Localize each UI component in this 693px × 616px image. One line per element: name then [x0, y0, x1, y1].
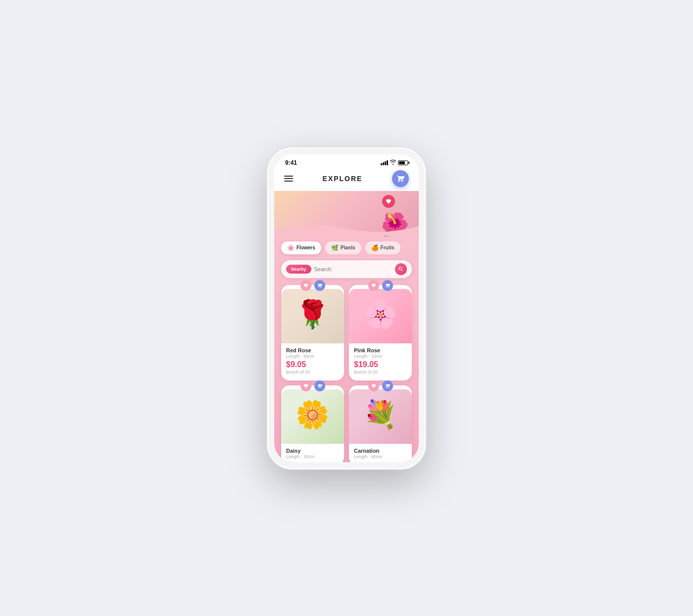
- product-name-carnation: Carnation: [354, 448, 407, 454]
- phone-mockup: 9:41 EXPLORE: [267, 147, 426, 469]
- product-card-pink-rose[interactable]: Pink Rose Length : 10cm $19.05 Bunch of …: [349, 285, 412, 380]
- product-price-red-rose: $9.05: [286, 360, 339, 369]
- category-flowers[interactable]: 🌸 Flowers: [281, 241, 321, 254]
- product-card-carnation[interactable]: Carnation Length : 40cm: [349, 385, 412, 462]
- cart-icon: [396, 175, 404, 183]
- add-to-cart-pink-rose[interactable]: [382, 280, 393, 291]
- product-info-carnation: Carnation Length : 40cm: [349, 444, 412, 460]
- add-to-cart-red-rose[interactable]: [314, 280, 325, 291]
- search-input[interactable]: [314, 266, 392, 272]
- wishlist-button-carnation[interactable]: [368, 380, 379, 391]
- heart-badge[interactable]: [382, 195, 395, 208]
- nearby-tag[interactable]: Nearby: [286, 265, 311, 274]
- card-actions-daisy: [281, 380, 344, 391]
- wishlist-button-pink-rose[interactable]: [368, 280, 379, 291]
- search-button[interactable]: [395, 263, 407, 275]
- category-plants[interactable]: 🌿 Plants: [325, 241, 361, 254]
- product-image-red-rose: [281, 289, 344, 343]
- product-length-pink-rose: Length : 10cm: [354, 354, 407, 359]
- status-bar: 9:41: [274, 154, 419, 168]
- product-length-daisy: Length : 30cm: [286, 454, 339, 459]
- card-actions-pink-rose: [349, 280, 412, 291]
- wifi-icon: [390, 160, 396, 166]
- product-length-carnation: Length : 40cm: [354, 454, 407, 459]
- product-image-carnation: [349, 389, 412, 444]
- cart-button[interactable]: [392, 170, 409, 187]
- status-time: 9:41: [285, 159, 297, 166]
- hero-section: 🌺: [274, 191, 419, 236]
- battery-icon: [398, 160, 408, 165]
- product-bunch-red-rose: Bunch of 20: [286, 370, 339, 375]
- product-name-daisy: Daisy: [286, 448, 339, 454]
- plants-label: Plants: [341, 245, 355, 250]
- card-actions-carnation: [349, 380, 412, 391]
- product-info-pink-rose: Pink Rose Length : 10cm $19.05 Bunch of …: [349, 343, 412, 376]
- phone-screen: 9:41 EXPLORE: [274, 154, 419, 462]
- plants-emoji: 🌿: [331, 244, 339, 251]
- categories-row: 🌸 Flowers 🌿 Plants 🍊 Fruits: [274, 236, 419, 258]
- app-title: EXPLORE: [323, 175, 363, 183]
- add-to-cart-daisy[interactable]: [314, 380, 325, 391]
- search-bar: Nearby: [281, 260, 412, 278]
- product-price-pink-rose: $19.05: [354, 360, 407, 369]
- flowers-label: Flowers: [297, 245, 315, 250]
- product-info-red-rose: Red Rose Length : 50cm $9.05 Bunch of 20: [281, 343, 344, 376]
- add-to-cart-carnation[interactable]: [382, 380, 393, 391]
- hamburger-menu-icon[interactable]: [284, 176, 293, 182]
- product-name-pink-rose: Pink Rose: [354, 347, 407, 353]
- fruits-label: Fruits: [381, 245, 395, 250]
- product-image-pink-rose: [349, 289, 412, 343]
- app-header: EXPLORE: [274, 168, 419, 191]
- wishlist-button-daisy[interactable]: [300, 380, 311, 391]
- signal-icon: [381, 160, 388, 165]
- category-fruits[interactable]: 🍊 Fruits: [365, 241, 400, 254]
- product-length-red-rose: Length : 50cm: [286, 354, 339, 359]
- wishlist-button-red-rose[interactable]: [300, 280, 311, 291]
- product-name-red-rose: Red Rose: [286, 347, 339, 353]
- product-bunch-pink-rose: Bunch of 20: [354, 370, 407, 375]
- fruits-emoji: 🍊: [371, 244, 379, 251]
- product-card-daisy[interactable]: Daisy Length : 30cm: [281, 385, 344, 462]
- product-image-daisy: [281, 389, 344, 444]
- main-content: 🌸 Flowers 🌿 Plants 🍊 Fruits Nearby: [274, 236, 419, 462]
- card-actions-red-rose: [281, 280, 344, 291]
- search-icon: [398, 266, 404, 272]
- product-info-daisy: Daisy Length : 30cm: [281, 444, 344, 460]
- flowers-emoji: 🌸: [287, 244, 295, 251]
- product-card-red-rose[interactable]: Red Rose Length : 50cm $9.05 Bunch of 20: [281, 285, 344, 380]
- product-grid: Red Rose Length : 50cm $9.05 Bunch of 20: [274, 283, 419, 462]
- status-icons: [381, 160, 408, 166]
